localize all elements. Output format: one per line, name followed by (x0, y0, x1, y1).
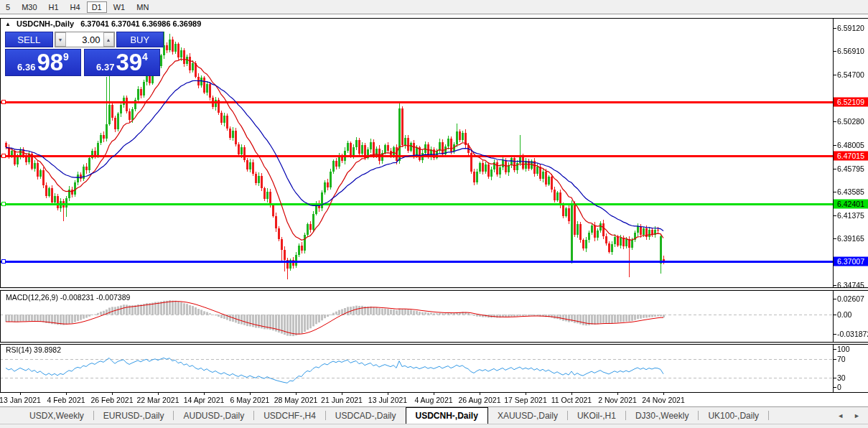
sell-price-quote[interactable]: 6.36 98 9 (5, 49, 81, 76)
level-price-label: 6.37007 (834, 257, 868, 266)
volume-input[interactable] (66, 32, 103, 47)
one-click-trade-panel: SELL ▼ ▲ BUY 6.36 98 9 6.37 39 4 (5, 32, 164, 76)
rsi-indicator-label: RSI(14) 39.8982 (6, 345, 61, 354)
date-axis-tick: 6 May 2021 (230, 396, 270, 404)
price-axis-tick: 6.56910 (837, 47, 864, 55)
price-axis-tick: 6.41375 (837, 211, 864, 220)
tab-uk100-daily[interactable]: UK100-,Daily (699, 407, 768, 424)
level-price-label: 6.47015 (834, 152, 868, 161)
tab-scroll-right-button[interactable]: ► (849, 412, 865, 419)
date-axis-tick: 4 Feb 2021 (47, 396, 85, 404)
window-bottom-strip (0, 424, 868, 428)
date-axis-tick: 17 Sep 2021 (504, 396, 547, 404)
level-price-label: 6.52109 (834, 98, 868, 107)
level-price-label: 6.42401 (834, 200, 868, 209)
buy-price-sup: 4 (142, 51, 148, 75)
macd-axis-tick: 0.02607 (837, 294, 864, 303)
buy-price-quote[interactable]: 6.37 39 4 (84, 49, 160, 76)
tab-eurusd-daily[interactable]: EURUSD-,Daily (94, 407, 174, 424)
rsi-axis-tick: 70 (837, 355, 846, 363)
date-axis-tick: 24 Nov 2021 (642, 396, 685, 404)
timeframe-button-d1[interactable]: D1 (87, 1, 107, 13)
rsi-axis-tick: 0 (837, 383, 841, 391)
volume-decrease-button[interactable]: ▼ (55, 32, 66, 47)
price-axis-tick: 6.54700 (837, 70, 864, 79)
timeframe-button-w1[interactable]: W1 (108, 2, 131, 12)
price-axis-tick: 6.45795 (837, 164, 864, 173)
sell-button[interactable]: SELL (5, 32, 53, 47)
date-axis-tick: 26 Aug 2021 (459, 396, 501, 404)
macd-indicator-label: MACD(12,26,9) -0.008231 -0.007389 (6, 293, 130, 302)
sell-price-sup: 9 (63, 51, 69, 75)
chart-ohlc-values: 6.37041 6.37041 6.36986 6.36989 (80, 19, 201, 28)
tab-scroll-left-button[interactable]: ◄ (832, 412, 849, 419)
timeframe-button-m30[interactable]: M30 (17, 2, 42, 12)
date-axis-tick: 13 Jan 2021 (0, 396, 41, 404)
chart-tab-bar: USDX,Weekly EURUSD-,Daily AUDUSD-,Daily … (0, 406, 868, 424)
timeframe-toolbar: 5 M30 H1 H4 D1 W1 MN (0, 0, 868, 14)
tab-usdcad-daily[interactable]: USDCAD-,Daily (326, 407, 406, 424)
price-axis-tick: 6.34745 (837, 281, 864, 289)
collapse-arrow-icon[interactable]: ▲ (5, 21, 11, 27)
sell-price-small: 6.36 (17, 62, 35, 73)
price-axis-tick: 6.43585 (837, 187, 864, 196)
sell-price-big: 98 (37, 50, 63, 75)
trading-terminal-window: 5 M30 H1 H4 D1 W1 MN ▲ USDCNH-,Daily 6.3… (0, 0, 868, 428)
chart-title: ▲ USDCNH-,Daily 6.37041 6.37041 6.36986 … (5, 19, 201, 28)
price-axis-tick: 6.50280 (837, 117, 864, 126)
price-axis-tick: 6.59120 (837, 24, 864, 32)
tab-xauusd-daily[interactable]: XAUUSD-,Daily (488, 407, 567, 424)
date-axis-tick: 22 Mar 2021 (137, 396, 179, 404)
rsi-axis-tick: 30 (837, 373, 846, 382)
timeframe-button-h4[interactable]: H4 (65, 2, 85, 12)
date-axis-tick: 21 Jun 2021 (321, 396, 363, 404)
buy-button[interactable]: BUY (116, 32, 164, 47)
spinner-down-icon: ▼ (58, 37, 63, 42)
buy-price-small: 6.37 (96, 62, 114, 73)
price-axis-tick: 6.48005 (837, 141, 864, 149)
chart-symbol-label: USDCNH-,Daily (17, 19, 74, 28)
tab-audusd-daily[interactable]: AUDUSD-,Daily (174, 407, 253, 424)
tab-ukoil-h1[interactable]: UKOil-,H1 (568, 407, 625, 424)
tab-usdchf-h4[interactable]: USDCHF-,H4 (254, 407, 325, 424)
volume-spinner: ▼ ▲ (55, 32, 115, 47)
date-axis-tick: 2 Nov 2021 (598, 396, 637, 404)
timeframe-button-m5[interactable]: 5 (1, 2, 15, 12)
macd-axis-tick: -0.031872 (837, 330, 868, 338)
date-axis-tick: 28 May 2021 (274, 396, 318, 404)
spinner-up-icon: ▲ (106, 37, 111, 42)
date-axis-tick: 13 Jul 2021 (368, 396, 407, 404)
date-axis-tick: 11 Oct 2021 (551, 396, 592, 404)
macd-axis-tick: 0.00 (837, 310, 851, 319)
buy-price-big: 39 (116, 50, 142, 75)
tab-dj30-weekly[interactable]: DJ30-,Weekly (626, 407, 698, 424)
date-axis-tick: 4 Aug 2021 (414, 396, 452, 404)
tab-usdcnh-daily[interactable]: USDCNH-,Daily (406, 407, 488, 424)
date-axis-tick: 14 Apr 2021 (184, 396, 225, 404)
timeframe-button-mn[interactable]: MN (131, 2, 154, 12)
rsi-axis-tick: 100 (837, 345, 850, 353)
volume-increase-button[interactable]: ▲ (103, 32, 114, 47)
date-axis-tick: 26 Feb 2021 (91, 396, 134, 404)
timeframe-button-h1[interactable]: H1 (44, 2, 64, 12)
tab-usdx-weekly[interactable]: USDX,Weekly (20, 407, 93, 424)
price-axis-tick: 6.39165 (837, 234, 864, 243)
